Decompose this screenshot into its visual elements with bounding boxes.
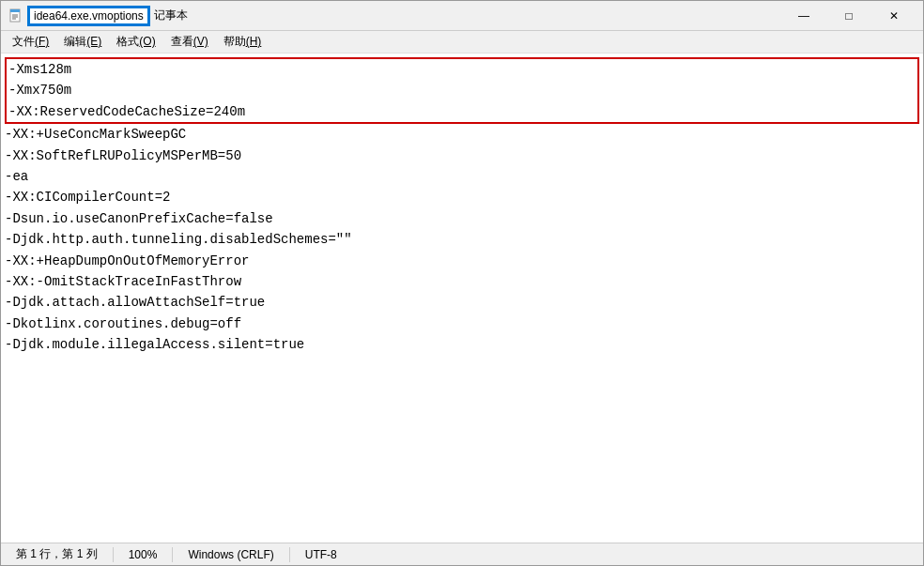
svg-rect-1 bbox=[10, 9, 20, 12]
line-3: -XX:ReservedCodeCacheSize=240m bbox=[8, 101, 916, 122]
close-button[interactable]: ✕ bbox=[872, 1, 916, 31]
title-filename: idea64.exe.vmoptions bbox=[29, 8, 148, 24]
title-bar: idea64.exe.vmoptions 记事本 — □ ✕ bbox=[1, 1, 923, 31]
cursor-position: 第 1 行，第 1 列 bbox=[1, 546, 113, 562]
maximize-button[interactable]: □ bbox=[827, 1, 870, 31]
line-5: -XX:SoftRefLRUPolicyMSPerMB=50 bbox=[5, 145, 919, 166]
menu-format[interactable]: 格式(O) bbox=[109, 32, 162, 52]
content-lines: -Xms128m -Xmx750m -XX:ReservedCodeCacheS… bbox=[5, 57, 919, 355]
title-appname: 记事本 bbox=[154, 8, 188, 23]
title-bar-left: idea64.exe.vmoptions 记事本 bbox=[8, 8, 782, 24]
app-icon bbox=[8, 8, 23, 23]
line-13: -Dkotlinx.coroutines.debug=off bbox=[5, 314, 919, 334]
line-ending: Windows (CRLF) bbox=[173, 548, 288, 561]
title-controls: — □ ✕ bbox=[782, 1, 916, 31]
line-7: -XX:CICompilerCount=2 bbox=[5, 187, 919, 207]
line-8: -Dsun.io.useCanonPrefixCache=false bbox=[5, 208, 919, 229]
menu-view[interactable]: 查看(V) bbox=[163, 32, 216, 52]
menu-help[interactable]: 帮助(H) bbox=[216, 32, 270, 52]
menu-bar: 文件(F) 编辑(E) 格式(O) 查看(V) 帮助(H) bbox=[1, 31, 923, 54]
line-1: -Xms128m bbox=[8, 59, 916, 80]
menu-file[interactable]: 文件(F) bbox=[5, 32, 56, 52]
line-11: -XX:-OmitStackTraceInFastThrow bbox=[5, 271, 919, 292]
editor-container: -Xms128m -Xmx750m -XX:ReservedCodeCacheS… bbox=[1, 54, 923, 543]
line-14: -Djdk.module.illegalAccess.silent=true bbox=[5, 334, 919, 355]
notepad-window: idea64.exe.vmoptions 记事本 — □ ✕ 文件(F) 编辑(… bbox=[0, 0, 924, 566]
selection-box: -Xms128m -Xmx750m -XX:ReservedCodeCacheS… bbox=[5, 57, 919, 124]
line-12: -Djdk.attach.allowAttachSelf=true bbox=[5, 292, 919, 313]
line-4: -XX:+UseConcMarkSweepGC bbox=[5, 124, 919, 145]
line-10: -XX:+HeapDumpOnOutOfMemoryError bbox=[5, 251, 919, 271]
line-6: -ea bbox=[5, 166, 919, 187]
line-2: -Xmx750m bbox=[8, 80, 916, 100]
text-editor[interactable]: -Xms128m -Xmx750m -XX:ReservedCodeCacheS… bbox=[1, 54, 923, 543]
minimize-button[interactable]: — bbox=[782, 1, 825, 31]
zoom-level: 100% bbox=[114, 548, 173, 561]
encoding: UTF-8 bbox=[290, 548, 352, 561]
menu-edit[interactable]: 编辑(E) bbox=[56, 32, 109, 52]
line-9: -Djdk.http.auth.tunneling.disabledScheme… bbox=[5, 229, 919, 250]
status-bar: 第 1 行，第 1 列 100% Windows (CRLF) UTF-8 bbox=[1, 543, 923, 565]
